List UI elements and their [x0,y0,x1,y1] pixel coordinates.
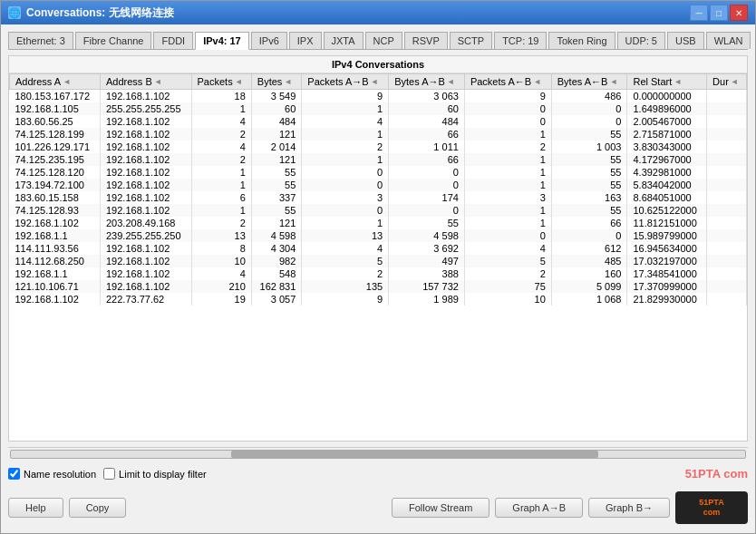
table-cell: 1 [464,179,551,191]
table-row[interactable]: 180.153.167.172192.168.1.102183 54993 06… [10,90,747,103]
table-cell: 1 [302,153,389,166]
table-cell: 0 [389,179,465,191]
table-row[interactable]: 101.226.129.171192.168.1.10242 01421 011… [10,141,747,153]
table-cell: 180.153.167.172 [10,90,101,103]
table-cell: 1 [302,102,389,115]
tab-ipv4--17[interactable]: IPv4: 17 [195,32,249,50]
col-header-packets[interactable]: Packets ◄ [191,74,251,90]
limit-filter-label[interactable]: Limit to display filter [103,468,207,480]
tab-sctp[interactable]: SCTP [450,32,492,49]
table-cell: 5 [302,255,389,267]
tab-ipx[interactable]: IPX [289,32,322,49]
table-cell [707,204,747,217]
table-cell: 2 [191,153,251,166]
minimize-button[interactable]: ─ [690,5,708,21]
table-cell: 0 [302,204,389,217]
tab-ipv6[interactable]: IPv6 [251,32,287,49]
tab-token-ring[interactable]: Token Ring [548,32,615,49]
table-cell: 4 [191,267,251,280]
main-window: 🌐 Conversations: 无线网络连接 ─ □ ✕ Ethernet: … [0,0,756,534]
col-header-address-b[interactable]: Address B ◄ [101,74,192,90]
table-cell [707,141,747,153]
table-cell: 4 [191,115,251,128]
table-row[interactable]: 121.10.106.71192.168.1.102210162 8311351… [10,280,747,293]
table-row[interactable]: 74.125.235.195192.168.1.10221211661554.1… [10,153,747,166]
table-cell: 192.168.1.102 [101,204,192,217]
follow-stream-button[interactable]: Follow Stream [392,498,489,518]
table-row[interactable]: 192.168.1.102222.73.77.62193 05791 98910… [10,293,747,306]
col-header-address-a[interactable]: Address A ◄ [10,74,101,90]
table-row[interactable]: 183.60.15.158192.168.1.1026337317431638.… [10,191,747,204]
scrollbar-thumb[interactable] [231,451,598,458]
col-header-bytes-a-b[interactable]: Bytes A←B ◄ [551,74,627,90]
window-controls: ─ □ ✕ [690,5,748,21]
col-header-packets-a-b[interactable]: Packets A→B ◄ [302,74,389,90]
table-row[interactable]: 192.168.1.105255.255.255.255160160001.64… [10,102,747,115]
col-header-bytes-a-b[interactable]: Bytes A→B ◄ [389,74,465,90]
table-cell: 2 [302,141,389,153]
table-row[interactable]: 74.125.128.120192.168.1.102155001554.392… [10,166,747,179]
scrollbar-track[interactable] [10,450,746,459]
table-wrapper[interactable]: Address A ◄Address B ◄Packets ◄Bytes ◄Pa… [9,73,747,441]
table-cell: 4 598 [251,229,301,242]
table-row[interactable]: 74.125.128.199192.168.1.10221211661552.7… [10,128,747,141]
table-cell: 484 [251,115,301,128]
table-cell: 19 [191,293,251,306]
table-row[interactable]: 74.125.128.93192.168.1.1021550015510.625… [10,204,747,217]
graph-ba-button[interactable]: Graph B→ [588,498,670,518]
table-cell: 486 [551,90,627,103]
tab-rsvp[interactable]: RSVP [404,32,448,49]
table-cell: 192.168.1.102 [101,242,192,255]
table-cell: 160 [551,267,627,280]
tab-tcp--19[interactable]: TCP: 19 [494,32,547,49]
table-cell: 192.168.1.105 [10,102,101,115]
tab-udp--5[interactable]: UDP: 5 [617,32,665,49]
limit-filter-checkbox[interactable] [103,468,115,480]
copy-button[interactable]: Copy [69,498,127,518]
tab-ethernet--3[interactable]: Ethernet: 3 [8,32,73,49]
col-header-rel-start[interactable]: Rel Start ◄ [627,74,707,90]
table-cell: 2 [191,217,251,229]
tab-fibre-channe[interactable]: Fibre Channe [75,32,152,49]
tab-jxta[interactable]: JXTA [324,32,363,49]
table-cell [707,166,747,179]
col-header-bytes[interactable]: Bytes ◄ [251,74,301,90]
table-row[interactable]: 192.168.1.1239.255.255.250134 598134 598… [10,229,747,242]
tab-fddi[interactable]: FDDI [153,32,193,49]
table-cell: 66 [389,153,465,166]
tab-ncp[interactable]: NCP [365,32,402,49]
table-cell: 192.168.1.102 [101,166,192,179]
table-row[interactable]: 114.111.93.56192.168.1.10284 30443 69246… [10,242,747,255]
col-header-packets-a-b[interactable]: Packets A←B ◄ [464,74,551,90]
table-cell: 183.60.56.25 [10,115,101,128]
table-row[interactable]: 183.60.56.25192.168.1.10244844484002.005… [10,115,747,128]
tab-wlan[interactable]: WLAN [706,32,751,49]
table-row[interactable]: 173.194.72.100192.168.1.102155001555.834… [10,179,747,191]
table-row[interactable]: 192.168.1.102203.208.49.168212115516611.… [10,217,747,229]
close-button[interactable]: ✕ [730,5,748,21]
table-cell: 192.168.1.102 [10,293,101,306]
table-cell: 192.168.1.102 [101,128,192,141]
table-cell [707,255,747,267]
table-cell: 11.812151000 [627,217,707,229]
table-cell: 74.125.235.195 [10,153,101,166]
table-cell: 192.168.1.102 [101,255,192,267]
table-row[interactable]: 192.168.1.1192.168.1.10245482388216017.3… [10,267,747,280]
horizontal-scrollbar[interactable] [8,447,748,460]
watermark-line2: com [699,508,723,518]
name-resolution-checkbox[interactable] [8,468,20,480]
table-cell: 8 [191,242,251,255]
table-cell: 60 [389,102,465,115]
maximize-button[interactable]: □ [710,5,728,21]
table-cell: 484 [389,115,465,128]
table-cell: 0 [389,166,465,179]
table-cell: 1.649896000 [627,102,707,115]
graph-ab-button[interactable]: Graph A→B [495,498,583,518]
table-cell: 5.834042000 [627,179,707,191]
help-button[interactable]: Help [8,498,63,518]
col-header-dur[interactable]: Dur ◄ [707,74,747,90]
table-row[interactable]: 114.112.68.250192.168.1.1021098254975485… [10,255,747,267]
name-resolution-label[interactable]: Name resolution [8,468,96,480]
tab-usb[interactable]: USB [667,32,704,49]
table-cell: 3 [302,191,389,204]
